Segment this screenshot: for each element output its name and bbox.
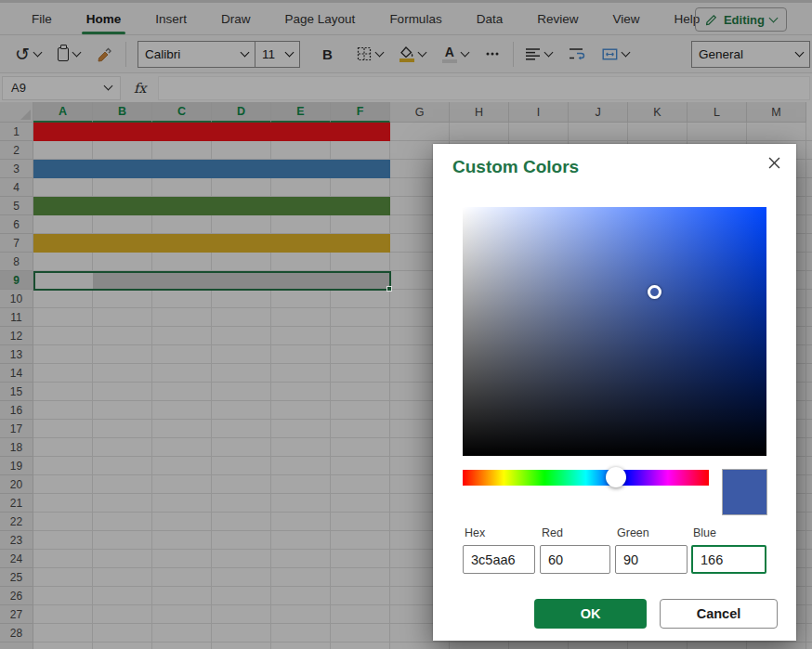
row-header-13[interactable]: 13 (0, 345, 33, 364)
row-header-23[interactable]: 23 (0, 531, 33, 550)
row-header-20[interactable]: 20 (0, 475, 33, 494)
fill-color-button[interactable] (399, 46, 426, 62)
hex-input[interactable] (463, 545, 535, 574)
row-header-9[interactable]: 9 (0, 271, 33, 290)
green-input[interactable] (615, 545, 688, 574)
column-header-A[interactable]: A (33, 102, 93, 123)
menu-tab-data[interactable]: Data (477, 12, 504, 26)
font-color-button[interactable]: A (442, 45, 468, 63)
row-header-21[interactable]: 21 (0, 494, 33, 513)
row-header-26[interactable]: 26 (0, 587, 33, 605)
column-header-D[interactable]: D (212, 102, 271, 123)
format-painter-icon (97, 46, 112, 62)
menu-tabs: FileHomeInsertDrawPage LayoutFormulasDat… (32, 12, 734, 26)
clipboard-icon (58, 47, 69, 61)
column-header-J[interactable]: J (569, 102, 628, 123)
column-header-I[interactable]: I (509, 102, 569, 123)
column-header-B[interactable]: B (93, 102, 152, 123)
merge-cells-button[interactable] (602, 47, 629, 61)
row-header-28[interactable]: 28 (0, 624, 33, 643)
menu-tab-page-layout[interactable]: Page Layout (285, 12, 356, 26)
row-header-22[interactable]: 22 (0, 513, 33, 531)
column-header-M[interactable]: M (747, 102, 806, 123)
row-header-3[interactable]: 3 (0, 160, 33, 178)
column-header-F[interactable]: F (331, 102, 390, 123)
row-header-14[interactable]: 14 (0, 364, 33, 383)
color-picker-ring[interactable] (648, 285, 661, 299)
row-header-10[interactable]: 10 (0, 290, 33, 308)
row-headers: 1234567891011121314151617181920212223242… (0, 123, 33, 649)
filled-range-A3:F3[interactable] (33, 160, 390, 178)
formula-input[interactable] (158, 76, 810, 100)
chevron-down-icon (72, 47, 81, 57)
column-header-E[interactable]: E (271, 102, 331, 123)
menu-tab-view[interactable]: View (612, 12, 639, 26)
fill-handle[interactable] (386, 286, 392, 292)
number-format-select[interactable]: General (691, 41, 810, 68)
filled-range-A1:F1[interactable] (33, 123, 390, 141)
number-format-value: General (699, 47, 743, 61)
column-header-H[interactable]: H (450, 102, 509, 123)
filled-range-A5:F5[interactable] (33, 197, 390, 215)
font-size-select[interactable]: 11 (255, 41, 300, 68)
row-header-19[interactable]: 19 (0, 457, 33, 475)
font-name-select[interactable]: Calibri (138, 41, 255, 68)
hue-slider-thumb[interactable] (606, 467, 626, 487)
hue-slider[interactable] (463, 470, 709, 486)
menu-tab-formulas[interactable]: Formulas (389, 12, 441, 26)
row-header-16[interactable]: 16 (0, 401, 33, 420)
row-header-25[interactable]: 25 (0, 568, 33, 587)
close-button[interactable] (763, 151, 785, 174)
row-header-12[interactable]: 12 (0, 327, 33, 345)
row-header-8[interactable]: 8 (0, 253, 33, 271)
row-header-27[interactable]: 27 (0, 605, 33, 624)
select-all-corner[interactable] (0, 102, 33, 123)
row-header-24[interactable]: 24 (0, 550, 33, 568)
current-font-color-bar (442, 59, 457, 63)
menu-tab-draw[interactable]: Draw (221, 12, 251, 26)
saturation-value-picker[interactable] (463, 207, 766, 456)
menu-tab-insert[interactable]: Insert (155, 12, 187, 26)
column-header-K[interactable]: K (628, 102, 688, 123)
wrap-text-button[interactable] (569, 46, 585, 61)
borders-button[interactable] (357, 46, 383, 61)
row-header-15[interactable]: 15 (0, 383, 33, 401)
name-box[interactable]: A9 (2, 76, 121, 100)
paste-button[interactable] (58, 47, 80, 61)
row-header-2[interactable]: 2 (0, 141, 33, 160)
row-header-6[interactable]: 6 (0, 215, 33, 234)
more-font-options-button[interactable] (485, 46, 500, 61)
font-size-value: 11 (262, 47, 275, 61)
format-painter-button[interactable] (97, 46, 112, 62)
row-header-7[interactable]: 7 (0, 234, 33, 253)
bold-button[interactable]: B (322, 46, 333, 62)
borders-icon (357, 46, 372, 61)
menu-tab-review[interactable]: Review (537, 12, 578, 26)
ok-button[interactable]: OK (534, 599, 647, 629)
toolbar: ↺ Calibri 11 B (0, 34, 812, 72)
dialog-title: Custom Colors (452, 157, 579, 177)
blue-input[interactable] (691, 545, 766, 574)
alignment-button[interactable] (525, 47, 552, 60)
row-header-11[interactable]: 11 (0, 308, 33, 327)
filled-range-A7:F7[interactable] (33, 234, 390, 253)
row-header-4[interactable]: 4 (0, 178, 33, 197)
insert-function-button[interactable]: fx (134, 81, 147, 96)
row-header-5[interactable]: 5 (0, 197, 33, 215)
merge-cells-icon (602, 47, 618, 61)
undo-button[interactable]: ↺ (15, 45, 41, 63)
red-input[interactable] (540, 545, 610, 574)
row-header-17[interactable]: 17 (0, 420, 33, 438)
column-header-G[interactable]: G (390, 102, 450, 123)
row-header-1[interactable]: 1 (0, 123, 33, 141)
menu-tab-home[interactable]: Home (86, 12, 122, 26)
wrap-text-icon (569, 46, 585, 61)
menu-tab-file[interactable]: File (32, 12, 52, 26)
cancel-button[interactable]: Cancel (660, 599, 778, 629)
column-header-C[interactable]: C (152, 102, 212, 123)
row-header-18[interactable]: 18 (0, 438, 33, 457)
column-headers: ABCDEFGHIJKLM (33, 102, 806, 123)
current-fill-color-bar (399, 58, 414, 62)
column-header-L[interactable]: L (688, 102, 747, 123)
editing-mode-button[interactable]: Editing (695, 7, 787, 32)
